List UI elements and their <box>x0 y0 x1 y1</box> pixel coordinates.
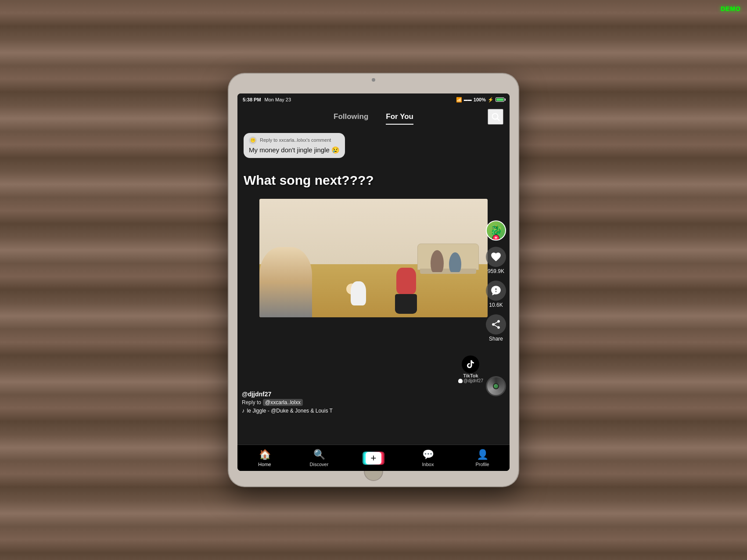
music-text: le Jiggle - @Duke & Jones & Louis T <box>247 408 333 414</box>
status-date: Mon May 23 <box>265 97 291 102</box>
creator-avatar-btn[interactable]: 🐉 + <box>486 220 506 241</box>
woman-top <box>396 268 416 294</box>
profile-label: Profile <box>475 462 489 467</box>
tiktok-username: @djjdnf27 <box>463 378 483 383</box>
woman-on-floor <box>393 268 419 312</box>
music-disc-inner: 🎵 <box>493 383 499 389</box>
status-icons: 📶 ▬▬ 100% ⚡ <box>456 97 504 103</box>
profile-icon: 👤 <box>477 449 488 460</box>
creator-avatar: 🐉 + <box>486 220 506 241</box>
person-foreground <box>259 247 312 317</box>
share-icon-circle <box>486 314 506 334</box>
top-nav: Following For You <box>237 106 510 128</box>
reply-to-line: Reply to @xxcarla..lolxx <box>242 399 483 406</box>
video-username: @djjdnf27 <box>242 391 483 398</box>
discover-icon: 🔍 <box>313 449 325 460</box>
screen: 5:38 PM Mon May 23 📶 ▬▬ 100% ⚡ Following <box>237 93 510 471</box>
like-icon-circle <box>486 247 506 267</box>
wifi-icon: 📶 <box>456 97 462 103</box>
battery-fill <box>496 98 503 101</box>
comment-count: 10.6K <box>489 302 503 308</box>
add-button-center: + <box>366 452 381 464</box>
comment-icon-circle <box>486 280 506 301</box>
comment-icon <box>490 285 502 296</box>
battery-percent: 100% <box>474 97 486 102</box>
nav-add[interactable]: + <box>346 452 401 465</box>
big-text: What song next???? <box>244 172 483 188</box>
home-label: Home <box>258 462 271 467</box>
camera <box>372 78 375 82</box>
comment-reply-to: 😶 Reply to xxcarla..lolxx's comment <box>249 136 340 144</box>
nav-discover[interactable]: 🔍 Discover <box>292 449 346 467</box>
person-seated-1 <box>431 250 444 272</box>
bottom-nav: 🏠 Home 🔍 Discover + 💬 Inbox 👤 Profile <box>237 445 510 471</box>
inbox-label: Inbox <box>422 462 434 467</box>
tiktok-user-icon <box>458 379 463 383</box>
action-buttons: 🐉 + 959.9K <box>486 220 506 342</box>
tiktok-icon <box>466 359 475 369</box>
status-bar: 5:38 PM Mon May 23 📶 ▬▬ 100% ⚡ <box>237 93 510 106</box>
like-button[interactable]: 959.9K <box>486 247 506 274</box>
commenter-avatar: 😶 <box>249 136 257 144</box>
tiktok-user-line: @djjdnf27 <box>458 378 483 383</box>
nav-home[interactable]: 🏠 Home <box>237 449 292 467</box>
tab-for-you[interactable]: For You <box>386 111 413 123</box>
heart-icon <box>490 251 502 262</box>
add-button[interactable]: + <box>364 452 383 465</box>
discover-label: Discover <box>310 462 329 467</box>
share-label: Share <box>489 336 503 342</box>
reply-to-label: Reply to <box>242 399 261 406</box>
music-disc[interactable]: 🎵 <box>486 376 506 396</box>
comment-button[interactable]: 10.6K <box>486 280 506 308</box>
home-icon: 🏠 <box>259 449 271 460</box>
person-seated-2 <box>449 252 461 272</box>
bottom-info: @djjdnf27 Reply to @xxcarla..lolxx ♪ le … <box>242 391 483 414</box>
mention-tag[interactable]: @xxcarla..lolxx <box>263 399 303 406</box>
video-thumbnail <box>259 199 488 317</box>
share-button[interactable]: Share <box>486 314 506 342</box>
comment-text: My money don't jingle jingle 😢 <box>249 146 340 154</box>
woman-bottom <box>395 294 417 314</box>
couch <box>417 244 479 270</box>
corner-watermark: DEMO <box>721 5 741 12</box>
nav-inbox[interactable]: 💬 Inbox <box>401 449 455 467</box>
follow-plus-badge: + <box>492 234 499 241</box>
nav-profile[interactable]: 👤 Profile <box>455 449 510 467</box>
battery-icon <box>496 97 504 102</box>
tiktok-label: TikTok <box>463 373 478 378</box>
tab-following[interactable]: Following <box>334 111 368 123</box>
tiktok-watermark: TikTok @djjdnf27 <box>458 355 483 383</box>
search-icon <box>491 112 500 122</box>
battery-lightning: ⚡ <box>488 97 494 103</box>
like-count: 959.9K <box>488 268 504 274</box>
comment-bubble: 😶 Reply to xxcarla..lolxx's comment My m… <box>244 133 345 158</box>
video-area[interactable]: 😶 Reply to xxcarla..lolxx's comment My m… <box>237 93 510 445</box>
search-button[interactable] <box>488 109 503 125</box>
svg-line-1 <box>497 118 499 121</box>
nav-tabs: Following For You <box>334 111 413 123</box>
ipad-frame: 5:38 PM Mon May 23 📶 ▬▬ 100% ⚡ Following <box>229 74 518 486</box>
signal-icon: ▬▬ <box>464 97 472 102</box>
svg-point-0 <box>492 114 498 119</box>
share-icon <box>491 319 501 330</box>
status-time: 5:38 PM <box>243 97 261 102</box>
inbox-icon: 💬 <box>422 449 434 460</box>
tiktok-logo <box>462 355 479 373</box>
music-note-icon: ♪ <box>242 407 245 414</box>
toddler-body <box>351 281 366 305</box>
music-line: ♪ le Jiggle - @Duke & Jones & Louis T <box>242 407 483 414</box>
